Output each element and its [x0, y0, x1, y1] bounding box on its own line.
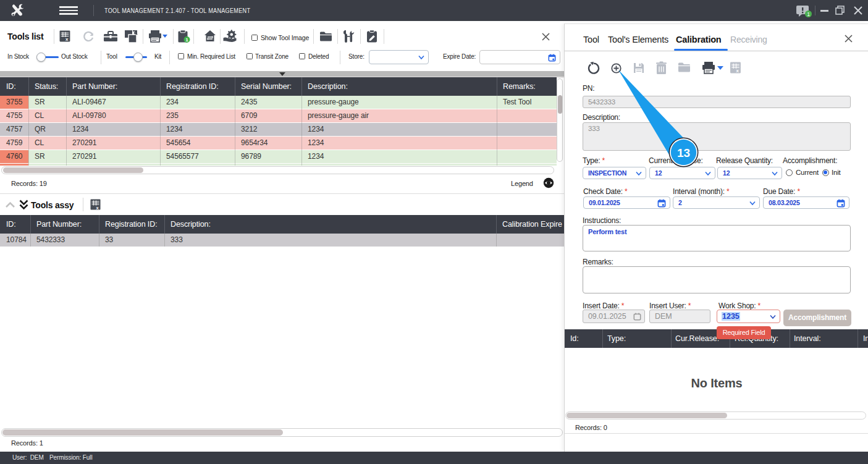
svg-text:x: x	[65, 36, 69, 42]
svg-text:x: x	[736, 68, 739, 74]
svg-text:1: 1	[807, 11, 810, 17]
svg-text:1: 1	[185, 37, 188, 43]
